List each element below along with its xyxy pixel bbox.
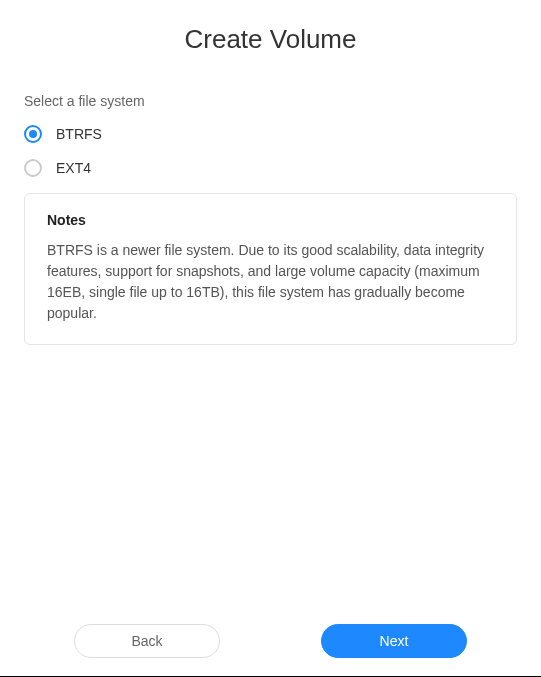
filesystem-radio-group: BTRFS EXT4 — [24, 125, 517, 177]
radio-option-btrfs[interactable]: BTRFS — [24, 125, 517, 143]
back-button[interactable]: Back — [74, 624, 220, 658]
page-title: Create Volume — [0, 24, 541, 55]
radio-option-ext4[interactable]: EXT4 — [24, 159, 517, 177]
radio-label-ext4: EXT4 — [56, 160, 91, 176]
radio-label-btrfs: BTRFS — [56, 126, 102, 142]
notes-panel: Notes BTRFS is a newer file system. Due … — [24, 193, 517, 345]
notes-title: Notes — [47, 212, 494, 228]
content-area: Select a file system BTRFS EXT4 Notes BT… — [0, 93, 541, 624]
prompt-label: Select a file system — [24, 93, 517, 109]
next-button[interactable]: Next — [321, 624, 467, 658]
footer-buttons: Back Next — [0, 624, 541, 677]
radio-unselected-icon — [24, 159, 42, 177]
notes-text: BTRFS is a newer file system. Due to its… — [47, 240, 494, 324]
radio-selected-icon — [24, 125, 42, 143]
create-volume-dialog: Create Volume Select a file system BTRFS… — [0, 0, 541, 677]
radio-dot-icon — [29, 130, 37, 138]
